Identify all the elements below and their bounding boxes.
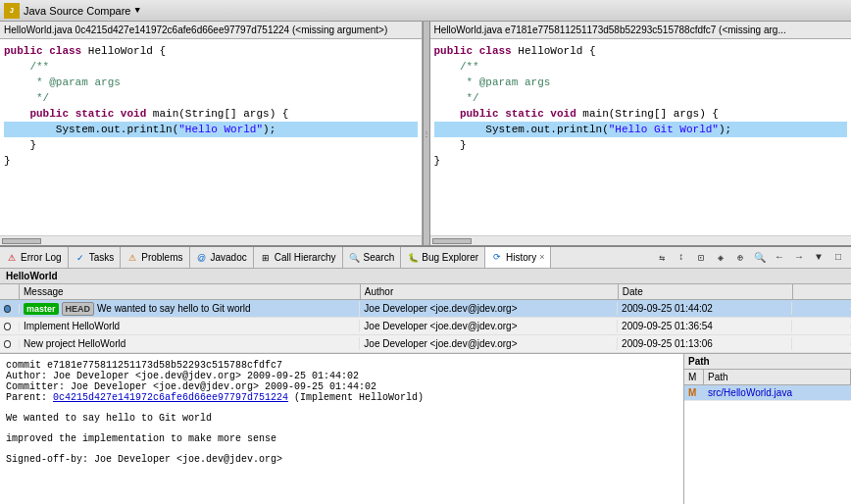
col-message-header: Message xyxy=(20,284,361,299)
left-code-pane: HelloWorld.java 0c4215d427e141972c6afe6d… xyxy=(0,22,423,245)
row-empty xyxy=(792,308,851,310)
row-message: master HEAD We wanted to say hello to Gi… xyxy=(20,301,360,317)
code-line: } xyxy=(4,153,418,169)
history-row[interactable]: Implement HelloWorld Joe Developer <joe.… xyxy=(0,318,851,335)
commit-signed-off: Signed-off-by: Joe Developer <joe.dev@jd… xyxy=(6,454,677,465)
commit-hash: commit e7181e775811251173d58b52293c51578… xyxy=(6,360,677,371)
code-line: } xyxy=(434,137,848,153)
search-icon: 🔍 xyxy=(349,252,361,264)
history-icon: ⟳ xyxy=(491,251,503,263)
code-line: * @param args xyxy=(434,75,848,90)
toolbar-btn-7[interactable]: ← xyxy=(771,249,788,267)
problems-icon: ⚠ xyxy=(126,252,138,264)
tab-call-hierarchy[interactable]: ⊞ Call Hierarchy xyxy=(254,247,343,269)
path-panel-header: Path xyxy=(684,354,851,370)
commit-detail[interactable]: commit e7181e775811251173d58b52293c51578… xyxy=(0,354,684,504)
parent-link[interactable]: 0c4215d427e141972c6afe6d66ee97797d751224 xyxy=(53,392,288,403)
history-tab-close[interactable]: × xyxy=(539,252,544,262)
detail-area: commit e7181e775811251173d58b52293c51578… xyxy=(0,354,851,504)
path-panel: Path M Path M src/HelloWorld.java xyxy=(684,354,851,504)
code-line: /** xyxy=(4,59,418,75)
app-title: Java Source Compare xyxy=(24,5,130,17)
blank-line xyxy=(6,424,677,433)
path-modifier: M xyxy=(684,386,704,399)
row-date: 2009-09-25 01:44:02 xyxy=(618,302,792,315)
row-author: Joe Developer <joe.dev@jdev.org> xyxy=(360,320,618,332)
row-empty xyxy=(792,326,851,328)
code-line: } xyxy=(434,153,848,169)
tabs-bar: ⚠ Error Log ✓ Tasks ⚠ Problems @ Javadoc… xyxy=(0,247,851,269)
toolbar-btn-8[interactable]: → xyxy=(790,249,808,267)
row-date: 2009-09-25 01:36:54 xyxy=(618,320,792,332)
path-row[interactable]: M src/HelloWorld.java xyxy=(684,385,851,401)
toolbar-btn-6[interactable]: 🔍 xyxy=(751,249,769,267)
left-scrollbar[interactable] xyxy=(0,235,422,245)
history-header: HelloWorld xyxy=(0,269,851,284)
commit-message-line2: improved the implementation to make more… xyxy=(6,433,677,444)
right-pane-header: HelloWorld.java e7181e775811251173d58b52… xyxy=(430,22,852,39)
tab-search[interactable]: 🔍 Search xyxy=(343,247,402,269)
toolbar-btn-minimize[interactable]: ▼ xyxy=(810,249,827,267)
code-line: */ xyxy=(434,90,848,106)
row-date: 2009-09-25 01:13:06 xyxy=(618,337,792,350)
code-line: public static void main(String[] args) { xyxy=(4,106,418,122)
javadoc-icon: @ xyxy=(196,252,208,264)
code-line: public static void main(String[] args) { xyxy=(434,106,848,122)
error-log-icon: ⚠ xyxy=(6,252,18,264)
call-hierarchy-icon: ⊞ xyxy=(260,252,272,264)
bug-explorer-icon: 🐛 xyxy=(407,252,419,264)
commit-author: Author: Joe Developer <joe.dev@jdev.org>… xyxy=(6,371,677,381)
commit-message-line1: We wanted to say hello to Git world xyxy=(6,413,677,424)
path-col-name: Path xyxy=(704,370,851,384)
toolbar-btn-3[interactable]: ⊡ xyxy=(692,249,710,267)
row-dot xyxy=(0,322,20,331)
toolbar-btn-5[interactable]: ⊕ xyxy=(731,249,749,267)
tab-tasks[interactable]: ✓ Tasks xyxy=(69,247,122,269)
right-scrollbar[interactable] xyxy=(430,235,852,245)
code-line: } xyxy=(4,137,418,153)
code-line: public class HelloWorld { xyxy=(434,43,848,59)
row-dot xyxy=(0,339,20,349)
tabs-toolbar: ⇆ ↕ ⊡ ◈ ⊕ 🔍 ← → ▼ □ xyxy=(649,249,851,267)
code-line: * @param args xyxy=(4,75,418,90)
history-columns: Message Author Date xyxy=(0,284,851,300)
tab-error-log[interactable]: ⚠ Error Log xyxy=(0,247,69,269)
code-line: */ xyxy=(4,90,418,106)
bottom-area: HelloWorld Message Author Date master HE… xyxy=(0,269,851,504)
tasks-icon: ✓ xyxy=(75,252,86,264)
code-line: /** xyxy=(434,59,848,75)
toolbar-btn-1[interactable]: ⇆ xyxy=(653,249,671,267)
toolbar-btn-maximize[interactable]: □ xyxy=(829,249,847,267)
path-filename: src/HelloWorld.java xyxy=(704,386,851,399)
compare-area: HelloWorld.java 0c4215d427e141972c6afe6d… xyxy=(0,22,851,247)
title-bar: J Java Source Compare ▼ xyxy=(0,0,851,22)
code-line-highlight: System.out.println("Hello Git World"); xyxy=(434,122,848,137)
toolbar-btn-4[interactable]: ◈ xyxy=(712,249,729,267)
col-author-header: Author xyxy=(361,284,619,299)
row-empty xyxy=(792,343,851,345)
row-author: Joe Developer <joe.dev@jdev.org> xyxy=(360,302,618,315)
right-code-body[interactable]: public class HelloWorld { /** * @param a… xyxy=(430,39,852,235)
row-message: Implement HelloWorld xyxy=(20,320,360,332)
col-empty-header xyxy=(793,284,851,299)
toolbar-btn-2[interactable]: ↕ xyxy=(673,249,690,267)
code-line-highlight: System.out.println("Hello World"); xyxy=(4,122,418,137)
app-icon: J xyxy=(4,3,20,19)
left-pane-header: HelloWorld.java 0c4215d427e141972c6afe6d… xyxy=(0,22,422,39)
blank-line xyxy=(6,403,677,413)
left-code-body[interactable]: public class HelloWorld { /** * @param a… xyxy=(0,39,422,235)
right-code-pane: HelloWorld.java e7181e775811251173d58b52… xyxy=(430,22,852,245)
path-col-m: M xyxy=(684,370,704,384)
history-row[interactable]: master HEAD We wanted to say hello to Gi… xyxy=(0,300,851,318)
title-dropdown[interactable]: ▼ xyxy=(134,6,139,16)
tab-problems[interactable]: ⚠ Problems xyxy=(121,247,189,269)
history-row[interactable]: New project HelloWorld Joe Developer <jo… xyxy=(0,335,851,353)
badge-master: master xyxy=(24,303,59,315)
row-dot xyxy=(0,304,20,314)
tab-javadoc[interactable]: @ Javadoc xyxy=(190,247,254,269)
pane-splitter[interactable]: ⋮ xyxy=(423,22,430,245)
tab-history[interactable]: ⟳ History × xyxy=(485,247,551,269)
tab-bug-explorer[interactable]: 🐛 Bug Explorer xyxy=(401,247,485,269)
badge-head: HEAD xyxy=(62,302,95,316)
row-author: Joe Developer <joe.dev@jdev.org> xyxy=(360,337,618,350)
